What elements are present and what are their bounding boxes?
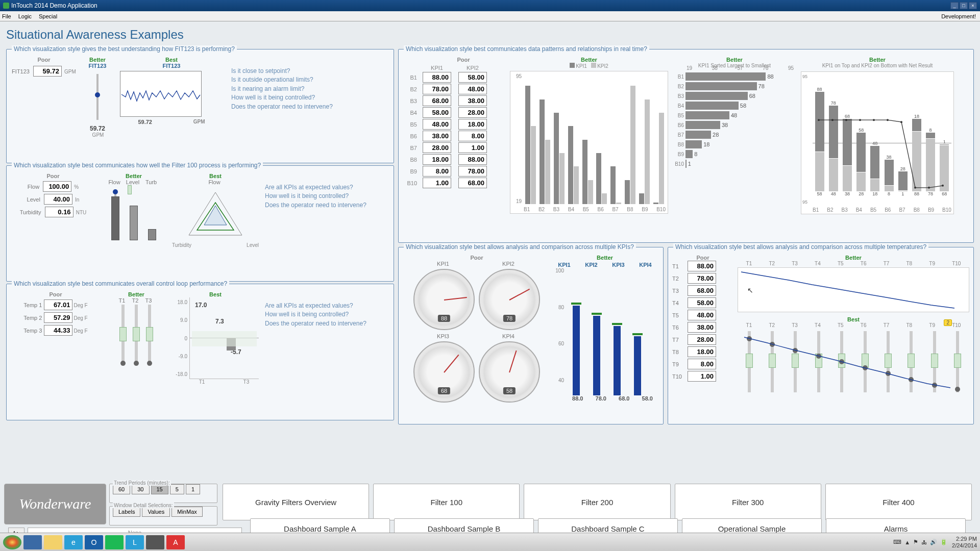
spotify-icon[interactable] xyxy=(105,535,124,549)
sorted-bar-chart: B188B278B368B458B548B638B728B818B98B101 xyxy=(673,72,796,168)
detail-btn-minmax[interactable]: MinMax xyxy=(172,507,203,517)
lync-icon[interactable]: L xyxy=(126,535,144,549)
clock[interactable]: 2:29 PM 2/24/2014 xyxy=(952,536,977,548)
kpi2-value: 88.00 xyxy=(458,154,487,165)
kpi2-value: 38.00 xyxy=(458,95,487,106)
kpi-row-label: B3 xyxy=(405,98,419,104)
kpi-row-label: B7 xyxy=(405,145,419,151)
trend-chart xyxy=(120,71,202,117)
kpi-bar-chart: 100 80 60 40 xyxy=(566,268,659,395)
kpi2-value: 1.00 xyxy=(458,142,487,153)
trend-btn-60[interactable]: 60 xyxy=(113,484,130,494)
temp2-value: 57.29 xyxy=(44,312,72,323)
menu-special[interactable]: Special xyxy=(39,13,57,19)
window-detail-group: Window Detail Selections: LabelsValuesMi… xyxy=(109,506,217,525)
battery-icon[interactable]: 🔋 xyxy=(940,539,947,545)
temp-value: 38.00 xyxy=(688,322,716,333)
system-tray: ⌨ ▲ ⚑ 🖧 🔊 🔋 2:29 PM 2/24/2014 xyxy=(892,536,977,548)
fit123-unit: GPM xyxy=(64,69,76,74)
detail-btn-labels[interactable]: Labels xyxy=(113,507,140,517)
gauge-kpi3: 68 xyxy=(413,341,475,403)
kpi1-value: 78.00 xyxy=(423,84,451,94)
taskbar: e O L A ⌨ ▲ ⚑ 🖧 🔊 🔋 2:29 PM 2/24/2014 xyxy=(0,533,980,551)
kpi2-value: 8.00 xyxy=(458,131,487,141)
panel-loop-perf: Which visualization style best communica… xyxy=(6,284,394,420)
temp-value: 18.00 xyxy=(688,346,716,357)
keyboard-icon[interactable]: ⌨ xyxy=(893,539,901,545)
kpi1-value: 68.00 xyxy=(423,95,451,106)
kpi-row-label: B9 xyxy=(405,168,419,174)
minimize-button[interactable]: _ xyxy=(950,2,959,9)
tray-arrow-icon[interactable]: ▲ xyxy=(904,539,910,545)
label-poor: Poor xyxy=(11,57,77,63)
nav-filter 200[interactable]: Filter 200 xyxy=(524,484,670,520)
explorer-icon[interactable] xyxy=(23,535,42,549)
kpi1-value: 38.00 xyxy=(423,131,451,141)
radar-chart xyxy=(185,188,246,239)
panel-realtime-patterns: Which visualization style best communica… xyxy=(398,49,974,243)
kpi2-value: 58.00 xyxy=(458,72,487,83)
network-icon[interactable]: 🖧 xyxy=(921,539,927,545)
level-value: 40.00 xyxy=(44,194,72,205)
flag-icon[interactable]: ⚑ xyxy=(913,539,918,545)
dev-label: Development! xyxy=(941,13,976,19)
label-best: Best xyxy=(118,57,225,63)
kpi2-value: 78.00 xyxy=(458,166,487,177)
kpi1-value: 1.00 xyxy=(423,178,451,188)
trend-btn-5[interactable]: 5 xyxy=(170,484,184,494)
alert-badge: 2 xyxy=(944,319,952,326)
trend-btn-1[interactable]: 1 xyxy=(186,484,200,494)
volume-icon[interactable]: 🔊 xyxy=(930,539,937,545)
ie-icon[interactable]: e xyxy=(64,535,83,549)
kpi1-value: 58.00 xyxy=(423,107,451,118)
kpi2-value: 48.00 xyxy=(458,84,487,94)
panel-fit123: Which visualization style gives the best… xyxy=(6,49,394,163)
folder-icon[interactable] xyxy=(44,535,62,549)
panel-filter100: Which visualization style best communica… xyxy=(6,165,394,282)
temp1-value: 67.01 xyxy=(44,299,72,310)
kpi1-value: 18.00 xyxy=(423,154,451,165)
menu-bar: File Logic Special Development! xyxy=(0,11,980,21)
kpi1-value: 88.00 xyxy=(423,72,451,83)
detail-btn-values[interactable]: Values xyxy=(142,507,170,517)
temp-value: 1.00 xyxy=(688,371,716,382)
nav-filter 300[interactable]: Filter 300 xyxy=(675,484,821,520)
deviation-chart: 17.0 7.3 -5.7 xyxy=(189,297,259,379)
nav-filter 400[interactable]: Filter 400 xyxy=(825,484,972,520)
gauge-kpi1: 88 xyxy=(413,269,475,330)
kpi-row-label: B1 xyxy=(405,74,419,81)
kpi1-value: 8.00 xyxy=(423,166,451,177)
chrome-icon[interactable] xyxy=(3,535,21,549)
turbidity-value: 0.16 xyxy=(45,207,74,217)
panel1-questions: Is it close to setpoint? Is it outside o… xyxy=(231,67,333,111)
menu-logic[interactable]: Logic xyxy=(18,13,32,19)
kpi-row-label: B8 xyxy=(405,157,419,163)
kpi1-value: 48.00 xyxy=(423,119,451,130)
gauge-kpi2: 78 xyxy=(479,269,540,330)
page-title: Situational Awareness Examples xyxy=(6,28,976,42)
app-icon[interactable] xyxy=(146,535,164,549)
temp-value: 8.00 xyxy=(688,359,716,369)
fit123-value: 59.72 xyxy=(33,66,62,77)
temp-value: 48.00 xyxy=(688,310,716,320)
trend-btn-30[interactable]: 30 xyxy=(132,484,149,494)
nav-gravity filters overview[interactable]: Gravity Filters Overview xyxy=(223,484,369,520)
kpi-row-label: B4 xyxy=(405,110,419,116)
maximize-button[interactable]: □ xyxy=(960,2,968,9)
trend-periods-group: Trend Periods (minutes): 60301551 xyxy=(109,484,217,503)
nav-filter 100[interactable]: Filter 100 xyxy=(373,484,520,520)
kpi-row-label: B2 xyxy=(405,86,419,92)
gauge-kpi4: 58 xyxy=(479,341,540,403)
temp-value: 68.00 xyxy=(688,285,716,296)
slider-val: 59.72 xyxy=(77,125,118,132)
menu-file[interactable]: File xyxy=(2,13,11,19)
trend-btn-15[interactable]: 15 xyxy=(151,484,168,494)
outlook-icon[interactable]: O xyxy=(85,535,103,549)
adobe-icon[interactable]: A xyxy=(166,535,185,549)
label-better: Better xyxy=(77,57,118,63)
temp-value: 58.00 xyxy=(688,297,716,308)
temp-value: 78.00 xyxy=(688,273,716,284)
close-button[interactable]: × xyxy=(969,2,977,9)
kpi2-value: 18.00 xyxy=(458,119,487,130)
window-titlebar: InTouch 2014 Demo Application _ □ × xyxy=(0,0,980,11)
